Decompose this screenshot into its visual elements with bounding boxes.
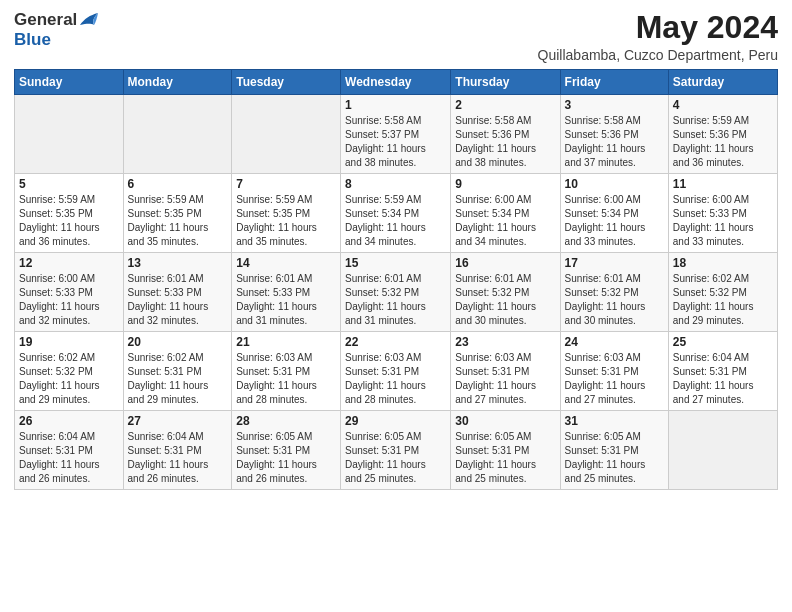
day-number: 4 bbox=[673, 98, 773, 112]
calendar-cell: 11Sunrise: 6:00 AMSunset: 5:33 PMDayligh… bbox=[668, 174, 777, 253]
calendar-cell bbox=[232, 95, 341, 174]
calendar-cell: 23Sunrise: 6:03 AMSunset: 5:31 PMDayligh… bbox=[451, 332, 560, 411]
calendar-table: SundayMondayTuesdayWednesdayThursdayFrid… bbox=[14, 69, 778, 490]
calendar-header-tuesday: Tuesday bbox=[232, 70, 341, 95]
calendar-cell: 4Sunrise: 5:59 AMSunset: 5:36 PMDaylight… bbox=[668, 95, 777, 174]
day-number: 5 bbox=[19, 177, 119, 191]
calendar-cell: 21Sunrise: 6:03 AMSunset: 5:31 PMDayligh… bbox=[232, 332, 341, 411]
calendar-header-row: SundayMondayTuesdayWednesdayThursdayFrid… bbox=[15, 70, 778, 95]
day-info: Sunrise: 6:02 AMSunset: 5:32 PMDaylight:… bbox=[19, 351, 119, 407]
day-number: 29 bbox=[345, 414, 446, 428]
main-title: May 2024 bbox=[538, 10, 778, 45]
day-info: Sunrise: 6:00 AMSunset: 5:33 PMDaylight:… bbox=[19, 272, 119, 328]
day-info: Sunrise: 6:05 AMSunset: 5:31 PMDaylight:… bbox=[565, 430, 664, 486]
day-info: Sunrise: 6:01 AMSunset: 5:33 PMDaylight:… bbox=[128, 272, 228, 328]
calendar-cell: 29Sunrise: 6:05 AMSunset: 5:31 PMDayligh… bbox=[341, 411, 451, 490]
logo: General Blue bbox=[14, 10, 100, 50]
day-info: Sunrise: 6:02 AMSunset: 5:31 PMDaylight:… bbox=[128, 351, 228, 407]
calendar-cell: 9Sunrise: 6:00 AMSunset: 5:34 PMDaylight… bbox=[451, 174, 560, 253]
day-number: 20 bbox=[128, 335, 228, 349]
calendar-cell: 17Sunrise: 6:01 AMSunset: 5:32 PMDayligh… bbox=[560, 253, 668, 332]
day-number: 11 bbox=[673, 177, 773, 191]
calendar-header-sunday: Sunday bbox=[15, 70, 124, 95]
calendar-cell bbox=[123, 95, 232, 174]
day-info: Sunrise: 5:59 AMSunset: 5:35 PMDaylight:… bbox=[128, 193, 228, 249]
day-number: 10 bbox=[565, 177, 664, 191]
day-info: Sunrise: 6:04 AMSunset: 5:31 PMDaylight:… bbox=[19, 430, 119, 486]
day-info: Sunrise: 6:01 AMSunset: 5:32 PMDaylight:… bbox=[345, 272, 446, 328]
calendar-cell: 15Sunrise: 6:01 AMSunset: 5:32 PMDayligh… bbox=[341, 253, 451, 332]
calendar-week-1: 1Sunrise: 5:58 AMSunset: 5:37 PMDaylight… bbox=[15, 95, 778, 174]
day-info: Sunrise: 6:05 AMSunset: 5:31 PMDaylight:… bbox=[236, 430, 336, 486]
calendar-cell: 2Sunrise: 5:58 AMSunset: 5:36 PMDaylight… bbox=[451, 95, 560, 174]
calendar-header-friday: Friday bbox=[560, 70, 668, 95]
calendar-cell: 3Sunrise: 5:58 AMSunset: 5:36 PMDaylight… bbox=[560, 95, 668, 174]
subtitle: Quillabamba, Cuzco Department, Peru bbox=[538, 47, 778, 63]
day-info: Sunrise: 6:00 AMSunset: 5:33 PMDaylight:… bbox=[673, 193, 773, 249]
day-number: 16 bbox=[455, 256, 555, 270]
calendar-cell: 14Sunrise: 6:01 AMSunset: 5:33 PMDayligh… bbox=[232, 253, 341, 332]
day-number: 13 bbox=[128, 256, 228, 270]
day-info: Sunrise: 5:59 AMSunset: 5:35 PMDaylight:… bbox=[19, 193, 119, 249]
day-info: Sunrise: 6:02 AMSunset: 5:32 PMDaylight:… bbox=[673, 272, 773, 328]
calendar-cell: 1Sunrise: 5:58 AMSunset: 5:37 PMDaylight… bbox=[341, 95, 451, 174]
day-number: 9 bbox=[455, 177, 555, 191]
day-info: Sunrise: 6:03 AMSunset: 5:31 PMDaylight:… bbox=[345, 351, 446, 407]
logo-blue: Blue bbox=[14, 30, 51, 50]
day-info: Sunrise: 5:59 AMSunset: 5:35 PMDaylight:… bbox=[236, 193, 336, 249]
day-number: 7 bbox=[236, 177, 336, 191]
calendar-cell bbox=[668, 411, 777, 490]
day-number: 22 bbox=[345, 335, 446, 349]
logo-bird-icon bbox=[78, 11, 100, 29]
header: General Blue May 2024 Quillabamba, Cuzco… bbox=[14, 10, 778, 63]
day-number: 30 bbox=[455, 414, 555, 428]
day-info: Sunrise: 6:04 AMSunset: 5:31 PMDaylight:… bbox=[673, 351, 773, 407]
calendar-cell: 6Sunrise: 5:59 AMSunset: 5:35 PMDaylight… bbox=[123, 174, 232, 253]
day-number: 3 bbox=[565, 98, 664, 112]
day-info: Sunrise: 6:04 AMSunset: 5:31 PMDaylight:… bbox=[128, 430, 228, 486]
calendar-cell: 10Sunrise: 6:00 AMSunset: 5:34 PMDayligh… bbox=[560, 174, 668, 253]
calendar-cell: 27Sunrise: 6:04 AMSunset: 5:31 PMDayligh… bbox=[123, 411, 232, 490]
day-number: 12 bbox=[19, 256, 119, 270]
calendar-cell: 31Sunrise: 6:05 AMSunset: 5:31 PMDayligh… bbox=[560, 411, 668, 490]
day-info: Sunrise: 5:58 AMSunset: 5:36 PMDaylight:… bbox=[455, 114, 555, 170]
calendar-cell: 30Sunrise: 6:05 AMSunset: 5:31 PMDayligh… bbox=[451, 411, 560, 490]
day-info: Sunrise: 5:59 AMSunset: 5:36 PMDaylight:… bbox=[673, 114, 773, 170]
day-number: 28 bbox=[236, 414, 336, 428]
calendar-cell: 22Sunrise: 6:03 AMSunset: 5:31 PMDayligh… bbox=[341, 332, 451, 411]
day-number: 26 bbox=[19, 414, 119, 428]
day-info: Sunrise: 6:01 AMSunset: 5:33 PMDaylight:… bbox=[236, 272, 336, 328]
calendar-cell: 7Sunrise: 5:59 AMSunset: 5:35 PMDaylight… bbox=[232, 174, 341, 253]
calendar-cell: 18Sunrise: 6:02 AMSunset: 5:32 PMDayligh… bbox=[668, 253, 777, 332]
calendar-cell: 5Sunrise: 5:59 AMSunset: 5:35 PMDaylight… bbox=[15, 174, 124, 253]
day-number: 15 bbox=[345, 256, 446, 270]
day-number: 18 bbox=[673, 256, 773, 270]
day-number: 23 bbox=[455, 335, 555, 349]
calendar-week-4: 19Sunrise: 6:02 AMSunset: 5:32 PMDayligh… bbox=[15, 332, 778, 411]
calendar-cell: 25Sunrise: 6:04 AMSunset: 5:31 PMDayligh… bbox=[668, 332, 777, 411]
day-info: Sunrise: 6:00 AMSunset: 5:34 PMDaylight:… bbox=[565, 193, 664, 249]
day-info: Sunrise: 5:58 AMSunset: 5:36 PMDaylight:… bbox=[565, 114, 664, 170]
calendar-cell: 26Sunrise: 6:04 AMSunset: 5:31 PMDayligh… bbox=[15, 411, 124, 490]
day-info: Sunrise: 5:59 AMSunset: 5:34 PMDaylight:… bbox=[345, 193, 446, 249]
day-number: 24 bbox=[565, 335, 664, 349]
day-number: 31 bbox=[565, 414, 664, 428]
day-number: 14 bbox=[236, 256, 336, 270]
day-number: 17 bbox=[565, 256, 664, 270]
calendar-cell: 24Sunrise: 6:03 AMSunset: 5:31 PMDayligh… bbox=[560, 332, 668, 411]
day-info: Sunrise: 6:01 AMSunset: 5:32 PMDaylight:… bbox=[455, 272, 555, 328]
calendar-cell bbox=[15, 95, 124, 174]
calendar-week-5: 26Sunrise: 6:04 AMSunset: 5:31 PMDayligh… bbox=[15, 411, 778, 490]
calendar-header-saturday: Saturday bbox=[668, 70, 777, 95]
calendar-cell: 16Sunrise: 6:01 AMSunset: 5:32 PMDayligh… bbox=[451, 253, 560, 332]
calendar-cell: 20Sunrise: 6:02 AMSunset: 5:31 PMDayligh… bbox=[123, 332, 232, 411]
day-number: 1 bbox=[345, 98, 446, 112]
day-number: 6 bbox=[128, 177, 228, 191]
calendar-cell: 13Sunrise: 6:01 AMSunset: 5:33 PMDayligh… bbox=[123, 253, 232, 332]
day-info: Sunrise: 6:03 AMSunset: 5:31 PMDaylight:… bbox=[236, 351, 336, 407]
calendar-cell: 8Sunrise: 5:59 AMSunset: 5:34 PMDaylight… bbox=[341, 174, 451, 253]
day-number: 27 bbox=[128, 414, 228, 428]
day-info: Sunrise: 6:05 AMSunset: 5:31 PMDaylight:… bbox=[455, 430, 555, 486]
day-info: Sunrise: 6:05 AMSunset: 5:31 PMDaylight:… bbox=[345, 430, 446, 486]
day-info: Sunrise: 6:01 AMSunset: 5:32 PMDaylight:… bbox=[565, 272, 664, 328]
